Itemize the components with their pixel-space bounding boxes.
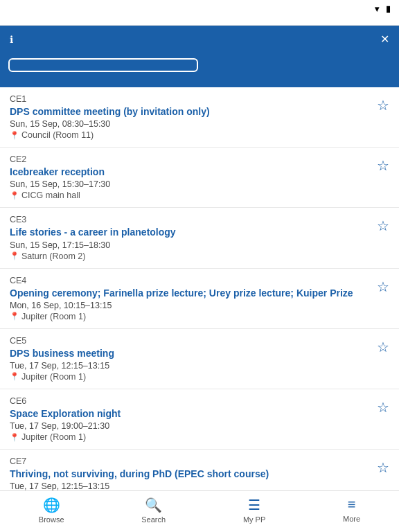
- location-icon: 📍: [10, 251, 19, 260]
- location-icon: 📍: [10, 131, 19, 140]
- bottom-nav: 🌐 Browse 🔍 Search ☰ My PP ≡ More: [0, 490, 399, 532]
- event-code: CE2: [10, 154, 371, 164]
- star-button[interactable]: ☆: [377, 97, 389, 114]
- nav-more[interactable]: ≡ More: [343, 497, 360, 524]
- tab-bar: [0, 53, 399, 79]
- info-banner: ℹ ✕: [0, 26, 399, 53]
- nav-browse[interactable]: 🌐 Browse: [39, 497, 64, 524]
- list-item: CE1 DPS committee meeting (by invitation…: [0, 87, 399, 148]
- event-code: CE3: [10, 215, 371, 224]
- list-item: CE2 Icebreaker reception Sun, 15 Sep, 15…: [0, 148, 399, 208]
- location-icon: 📍: [10, 191, 19, 200]
- event-time: Tue, 17 Sep, 12:15–13:15: [10, 361, 371, 371]
- status-bar: ▾ ▮: [0, 0, 399, 17]
- browse-icon: 🌐: [43, 497, 60, 513]
- event-code: CE7: [10, 456, 371, 466]
- star-button[interactable]: ☆: [377, 399, 389, 416]
- list-item: CE7 Thriving, not surviving, during PhD …: [0, 450, 399, 495]
- event-time: Sun, 15 Sep, 17:15–18:30: [10, 240, 371, 250]
- event-time: Sun, 15 Sep, 08:30–15:30: [10, 119, 371, 129]
- event-time: Tue, 17 Sep, 19:00–21:30: [10, 421, 371, 431]
- event-list: CE1 DPS committee meeting (by invitation…: [0, 87, 399, 495]
- location-icon: 📍: [10, 312, 19, 321]
- event-title[interactable]: Opening ceremony; Farinella prize lectur…: [10, 287, 371, 299]
- event-title[interactable]: Space Exploration night: [10, 407, 371, 420]
- search-icon: 🔍: [145, 497, 162, 513]
- list-item: CE3 Life stories - a career in planetolo…: [0, 208, 399, 268]
- nav-label: Search: [141, 515, 166, 524]
- nav-label: My PP: [243, 515, 265, 524]
- tab-by-day-time[interactable]: [201, 58, 391, 72]
- event-title[interactable]: DPS business meeting: [10, 347, 371, 360]
- list-item: CE5 DPS business meeting Tue, 17 Sep, 12…: [0, 329, 399, 389]
- event-location: 📍 Saturn (Room 2): [10, 251, 371, 261]
- event-time: Sun, 15 Sep, 15:30–17:30: [10, 179, 371, 189]
- star-button[interactable]: ☆: [377, 278, 389, 295]
- star-button[interactable]: ☆: [377, 157, 389, 174]
- event-title[interactable]: Icebreaker reception: [10, 166, 371, 178]
- nav-label: Browse: [39, 515, 64, 524]
- battery-icon: ▮: [386, 4, 391, 14]
- event-title[interactable]: DPS committee meeting (by invitation onl…: [10, 105, 371, 118]
- event-location: 📍 Jupiter (Room 1): [10, 372, 371, 382]
- my pp-icon: ☰: [248, 497, 260, 513]
- list-item: CE4 Opening ceremony; Farinella prize le…: [0, 269, 399, 329]
- info-icon: ℹ: [10, 34, 13, 45]
- event-title[interactable]: Life stories - a career in planetology: [10, 226, 371, 238]
- event-code: CE4: [10, 276, 371, 285]
- location-icon: 📍: [10, 372, 19, 381]
- more-icon: ≡: [348, 497, 356, 513]
- event-location: 📍 CICG main hall: [10, 190, 371, 200]
- event-title[interactable]: Thriving, not surviving, during PhD (EPE…: [10, 468, 371, 480]
- star-button[interactable]: ☆: [377, 339, 389, 355]
- event-code: CE5: [10, 336, 371, 346]
- tab-by-session[interactable]: [8, 58, 198, 72]
- event-location: 📍 Council (Room 11): [10, 130, 371, 140]
- star-button[interactable]: ☆: [377, 218, 389, 234]
- close-banner-button[interactable]: ✕: [380, 33, 389, 46]
- section-header: [0, 79, 399, 87]
- star-button[interactable]: ☆: [377, 459, 389, 476]
- location-icon: 📍: [10, 433, 19, 442]
- event-code: CE6: [10, 396, 371, 406]
- event-scroll-area[interactable]: CE1 DPS committee meeting (by invitation…: [0, 87, 399, 495]
- status-right: ▾ ▮: [375, 4, 391, 14]
- wifi-icon: ▾: [375, 4, 379, 14]
- header: [0, 17, 399, 26]
- nav-label: More: [343, 515, 360, 523]
- event-code: CE1: [10, 94, 371, 104]
- event-location: 📍 Jupiter (Room 1): [10, 432, 371, 442]
- event-time: Mon, 16 Sep, 10:15–13:15: [10, 301, 371, 310]
- list-item: CE6 Space Exploration night Tue, 17 Sep,…: [0, 389, 399, 450]
- nav-search[interactable]: 🔍 Search: [141, 497, 166, 524]
- nav-my-pp[interactable]: ☰ My PP: [243, 497, 265, 524]
- event-location: 📍 Jupiter (Room 1): [10, 312, 371, 321]
